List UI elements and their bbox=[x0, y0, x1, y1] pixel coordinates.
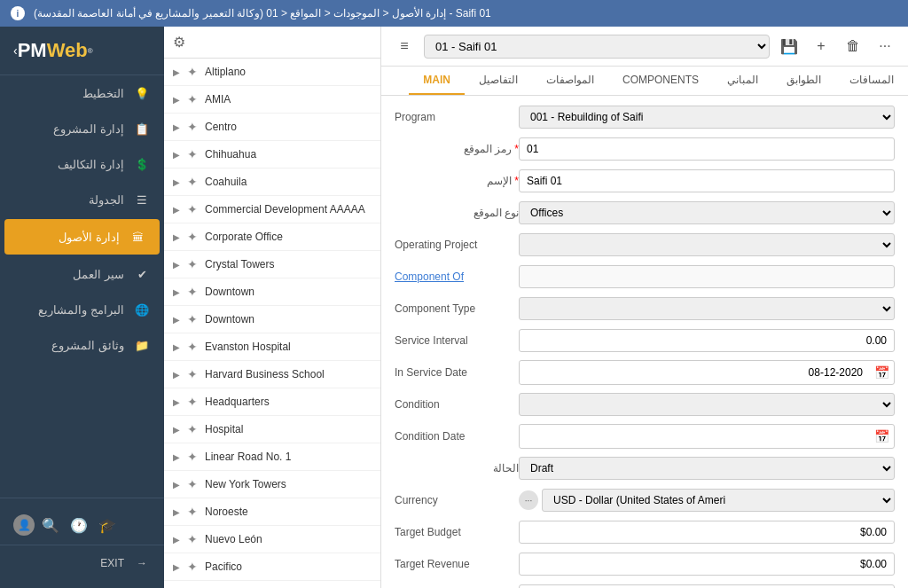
list-item[interactable]: ▶✦Downtown bbox=[164, 278, 380, 306]
add-btn[interactable]: + bbox=[809, 34, 834, 59]
program-select[interactable]: 001 - Rebuilding of Saifi bbox=[519, 106, 895, 129]
form-row-target-revenue: Target Revenue bbox=[395, 552, 895, 576]
save-btn[interactable]: 💾 bbox=[777, 34, 802, 59]
name-control bbox=[519, 169, 895, 192]
record-selector[interactable]: 01 - Saifi 01 bbox=[424, 35, 770, 59]
list-item[interactable]: ▶✦Altiplano bbox=[164, 59, 380, 86]
tab-details[interactable]: التفاصيل bbox=[465, 67, 532, 95]
list-item[interactable]: ▶✦Linear Road No. 1 bbox=[164, 443, 380, 471]
component-of-control bbox=[519, 265, 895, 288]
list-item[interactable]: ▶✦Corporate Office bbox=[164, 223, 380, 251]
list-view-btn[interactable]: ≡ bbox=[392, 34, 417, 59]
learn-btn[interactable]: 🎓 bbox=[95, 513, 120, 537]
form-row-condition-date: Condition Date 📅 bbox=[395, 424, 895, 449]
detail-form: Program 001 - Rebuilding of Saifi * رمز … bbox=[381, 96, 908, 588]
item-icon: ✦ bbox=[187, 340, 198, 354]
target-occupancy-input[interactable] bbox=[519, 584, 895, 588]
tab-main[interactable]: MAIN bbox=[409, 67, 465, 95]
arrow-icon: ▶ bbox=[173, 205, 180, 215]
calendar-icon[interactable]: 📅 bbox=[870, 365, 894, 380]
in-service-date-control: 📅 bbox=[519, 360, 895, 385]
list-item[interactable]: ▶✦Centro bbox=[164, 114, 380, 141]
arrow-icon: ▶ bbox=[173, 397, 180, 407]
tab-properties[interactable]: المواصفات bbox=[532, 67, 608, 95]
list-item[interactable]: ▶✦Hospital bbox=[164, 416, 380, 443]
list-item[interactable]: ▶✦Port 01 bbox=[164, 581, 380, 588]
list-item[interactable]: ▶✦Evanston Hospital bbox=[164, 333, 380, 361]
currency-select[interactable]: USD - Dollar (United States of Ameri bbox=[542, 489, 895, 512]
list-item[interactable]: ▶✦Nuevo León bbox=[164, 526, 380, 553]
sidebar-item-workflow[interactable]: ✔ سير العمل bbox=[0, 256, 164, 292]
search-bottom-btn[interactable]: 🔍 bbox=[38, 513, 63, 537]
item-icon: ✦ bbox=[187, 312, 198, 326]
more-btn[interactable]: ··· bbox=[873, 34, 897, 59]
form-row-program: Program 001 - Rebuilding of Saifi bbox=[395, 105, 895, 129]
list-item[interactable]: ▶✦Chihuahua bbox=[164, 141, 380, 169]
item-icon: ✦ bbox=[187, 230, 198, 244]
location-code-input[interactable] bbox=[519, 137, 895, 161]
condition-date-input[interactable] bbox=[520, 425, 870, 448]
arrow-icon: ▶ bbox=[173, 562, 180, 572]
sidebar-item-project-mgmt[interactable]: 📋 إدارة المشروع bbox=[0, 111, 164, 146]
delete-icon: 🗑 bbox=[846, 38, 860, 54]
list-item[interactable]: ▶✦Coahuila bbox=[164, 169, 380, 196]
exit-icon: → bbox=[133, 554, 151, 572]
delete-btn[interactable]: 🗑 bbox=[841, 34, 865, 59]
location-type-control: Offices bbox=[519, 201, 895, 224]
operating-project-label: Operating Project bbox=[395, 239, 519, 251]
cost-mgmt-icon: 💲 bbox=[133, 155, 151, 173]
tab-components[interactable]: COMPONENTS bbox=[608, 67, 713, 95]
form-row-target-budget: Target Budget bbox=[395, 520, 895, 545]
sidebar-item-planning[interactable]: 💡 التخطيط bbox=[0, 75, 164, 111]
sidebar-item-exit[interactable]: → EXIT bbox=[0, 545, 164, 581]
form-row-condition: Condition bbox=[395, 392, 895, 417]
list-item[interactable]: ▶✦Headquarters bbox=[164, 388, 380, 416]
program-control: 001 - Rebuilding of Saifi bbox=[519, 106, 895, 129]
tab-floors[interactable]: الطوابق bbox=[772, 67, 835, 95]
sidebar-item-programs[interactable]: 🌐 البرامج والمشاريع bbox=[0, 292, 164, 327]
target-budget-input[interactable] bbox=[519, 521, 895, 544]
target-revenue-input[interactable] bbox=[519, 553, 895, 576]
service-interval-input[interactable] bbox=[519, 329, 895, 352]
sidebar-item-schedule[interactable]: ☰ الجدولة bbox=[0, 182, 164, 217]
filter-icon[interactable]: ⚙ bbox=[173, 34, 185, 51]
location-type-label: نوع الموقع bbox=[395, 207, 519, 219]
location-type-select[interactable]: Offices bbox=[519, 201, 895, 224]
component-of-link[interactable]: Component Of bbox=[395, 270, 464, 283]
status-select[interactable]: Draft bbox=[519, 457, 895, 480]
name-input[interactable] bbox=[519, 169, 895, 192]
tab-building[interactable]: المباني bbox=[713, 67, 772, 95]
currency-dots-btn[interactable]: ··· bbox=[519, 490, 538, 510]
sidebar-item-asset-mgmt[interactable]: 🏛 إدارة الأصول bbox=[4, 219, 160, 255]
list-item[interactable]: ▶✦Crystal Towers bbox=[164, 251, 380, 278]
list-item[interactable]: ▶✦Pacifico bbox=[164, 553, 380, 581]
history-btn[interactable]: 🕐 bbox=[67, 513, 91, 537]
target-budget-control bbox=[519, 521, 895, 544]
item-icon: ✦ bbox=[187, 532, 198, 546]
list-item[interactable]: ▶✦Noroeste bbox=[164, 498, 380, 526]
list-item[interactable]: ▶✦New York Towers bbox=[164, 471, 380, 498]
form-row-component-of: Component Of bbox=[395, 264, 895, 289]
arrow-icon: ▶ bbox=[173, 315, 180, 325]
component-type-select[interactable] bbox=[519, 297, 895, 320]
in-service-date-input[interactable] bbox=[520, 361, 870, 384]
condition-select[interactable] bbox=[519, 393, 895, 416]
in-service-date-label: In Service Date bbox=[395, 366, 519, 379]
operating-project-control bbox=[519, 233, 895, 256]
component-of-input[interactable] bbox=[519, 265, 895, 288]
list-item[interactable]: ▶✦Downtown bbox=[164, 306, 380, 333]
top-bar: i Saifi 01 - إدارة الأصول < الموجودات < … bbox=[0, 0, 908, 27]
operating-project-select[interactable] bbox=[519, 233, 895, 256]
list-item[interactable]: ▶✦Commercial Development AAAAA bbox=[164, 196, 380, 223]
arrow-icon: ▶ bbox=[173, 150, 180, 160]
sidebar-item-cost-mgmt[interactable]: 💲 إدارة التكاليف bbox=[0, 146, 164, 182]
condition-calendar-icon[interactable]: 📅 bbox=[870, 429, 894, 443]
tab-distances[interactable]: المسافات bbox=[835, 67, 908, 95]
sidebar-item-planning-label: التخطيط bbox=[82, 87, 124, 100]
list-item[interactable]: ▶✦AMIA bbox=[164, 86, 380, 114]
component-of-label: Component Of bbox=[395, 270, 519, 283]
location-code-label: * رمز الموقع bbox=[395, 143, 519, 155]
sidebar-item-cost-mgmt-label: إدارة التكاليف bbox=[58, 158, 124, 171]
sidebar-item-documents[interactable]: 📁 وثائق المشروع bbox=[0, 327, 164, 363]
list-item[interactable]: ▶✦Harvard Business School bbox=[164, 361, 380, 388]
